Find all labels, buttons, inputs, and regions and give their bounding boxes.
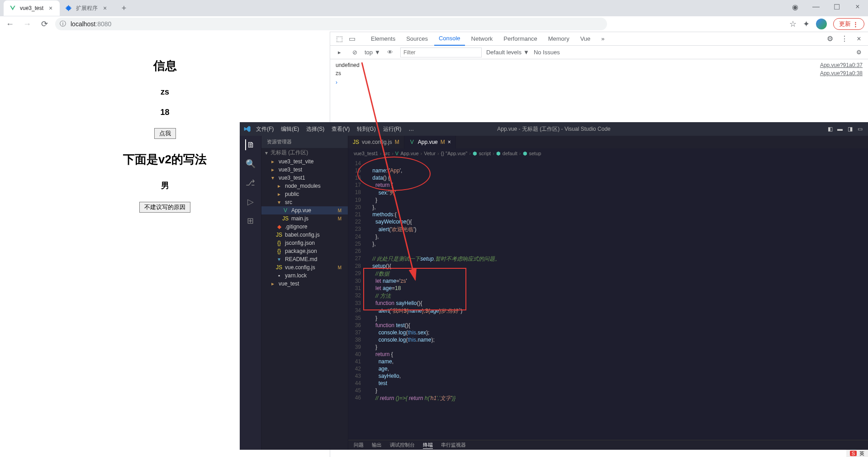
vscode-titlebar: 文件(F) 编辑(E) 选择(S) 查看(V) 转到(G) 运行(R) … Ap…	[240, 122, 868, 136]
tree-item[interactable]: ▸ vue_test	[261, 280, 348, 288]
forward-button[interactable]: →	[21, 18, 33, 30]
menu-select[interactable]: 选择(S)	[304, 125, 327, 133]
update-button[interactable]: 更新 ⋮	[833, 18, 864, 30]
tree-item[interactable]: ▸ public	[261, 190, 348, 198]
reason-button[interactable]: 不建议写的原因	[139, 202, 190, 213]
editor-tab-active[interactable]: VApp.vue M ×	[404, 136, 456, 148]
url-input[interactable]: ⓘ localhost:8080	[55, 18, 607, 30]
tree-item[interactable]: ▾README.md	[261, 255, 348, 263]
layout-panel-icon[interactable]: ▭	[855, 126, 864, 132]
minimize-icon[interactable]: —	[806, 0, 826, 14]
breadcrumb[interactable]: vue3_test1› src› V App.vue› Vetur› {} "A…	[348, 148, 868, 158]
console-source-link[interactable]: App.vue?91a0:37	[820, 62, 863, 68]
context-select[interactable]: top ▼	[365, 49, 380, 56]
debug-icon[interactable]: ▷	[245, 196, 256, 207]
console-source-link[interactable]: App.vue?91a0:38	[820, 70, 863, 76]
clear-console-icon[interactable]: ⊘	[349, 49, 360, 56]
window-controls: ◉ — ☐ ×	[785, 0, 868, 14]
panel-tab-terminal[interactable]: 终端	[423, 442, 433, 449]
url-host: localhost	[71, 20, 95, 28]
menu-goto[interactable]: 转到(G)	[354, 125, 378, 133]
devtools-more-tabs[interactable]: »	[597, 32, 609, 46]
tree-item[interactable]: ◆.gitignore	[261, 223, 348, 231]
devtools-tab-performance[interactable]: Performance	[499, 32, 541, 46]
browser-tab[interactable]: 扩展程序 ×	[60, 0, 114, 16]
menu-more[interactable]: …	[406, 126, 417, 132]
browser-tab-active[interactable]: vue3_test ×	[4, 0, 60, 16]
tree-item[interactable]: ▸ vue3_test	[261, 166, 348, 174]
maximize-icon[interactable]: ☐	[826, 0, 847, 14]
levels-select[interactable]: Default levels ▼	[486, 49, 529, 56]
click-me-button[interactable]: 点我	[154, 128, 176, 139]
code-editor[interactable]: 1415 name: 'App',16 data() {17 return {1…	[348, 158, 868, 440]
tree-item[interactable]: ▸ node_modules	[261, 182, 348, 190]
devtools-tab-sources[interactable]: Sources	[402, 32, 432, 46]
layout-right-icon[interactable]: ◨	[845, 126, 854, 132]
search-icon[interactable]: 🔍	[245, 158, 256, 169]
tree-item[interactable]: JSbabel.config.js	[261, 231, 348, 239]
ime-lang[interactable]: 英	[859, 450, 864, 457]
tree-item[interactable]: JSmain.jsM	[261, 214, 348, 223]
workspace-root[interactable]: ▾ 无标题 (工作区)	[261, 148, 348, 157]
devtools-panel: ⬚ ▭ Elements Sources Console Network Per…	[330, 32, 868, 122]
ime-badge[interactable]: S	[850, 451, 857, 456]
reload-button[interactable]: ⟳	[38, 18, 51, 30]
tree-item[interactable]: ▾ vue3_test1	[261, 174, 348, 182]
console-filter-input[interactable]	[400, 48, 482, 57]
close-icon[interactable]: ×	[847, 0, 868, 14]
device-toggle-icon[interactable]: ▭	[346, 34, 357, 43]
menu-view[interactable]: 查看(V)	[329, 125, 352, 133]
scm-icon[interactable]: ⎇	[245, 177, 256, 188]
tree-item[interactable]: ▪yarn.lock	[261, 271, 348, 280]
eye-icon[interactable]: 👁	[385, 49, 396, 56]
more-icon[interactable]: ⋮	[839, 34, 850, 43]
extensions-icon[interactable]: ⊞	[245, 215, 256, 226]
account-icon[interactable]: ◉	[785, 0, 806, 14]
layout-bottom-icon[interactable]: ▬	[835, 126, 844, 132]
console-sidebar-icon[interactable]: ▸	[334, 49, 345, 56]
devtools-tab-network[interactable]: Network	[467, 32, 498, 46]
menu-file[interactable]: 文件(F)	[253, 125, 276, 133]
tree-item[interactable]: {}package.json	[261, 247, 348, 255]
tree-item[interactable]: JSvue.config.jsM	[261, 263, 348, 271]
devtools-tab-elements[interactable]: Elements	[366, 32, 400, 46]
site-info-icon[interactable]: ⓘ	[60, 20, 66, 28]
devtools-tab-vue[interactable]: Vue	[576, 32, 595, 46]
panel-tab-output[interactable]: 输出	[372, 442, 382, 448]
explorer-icon[interactable]: 🗎	[245, 139, 256, 150]
panel-tab-serial[interactable]: 串行监视器	[441, 442, 466, 448]
devtools-tabs: ⬚ ▭ Elements Sources Console Network Per…	[330, 32, 868, 46]
devtools-close-icon[interactable]: ×	[854, 34, 864, 43]
menu-run[interactable]: 运行(R)	[380, 125, 404, 133]
page-heading: 信息	[0, 58, 330, 74]
tree-item[interactable]: ▾ src	[261, 198, 348, 206]
tab-close-icon[interactable]: ×	[448, 139, 451, 145]
layout-left-icon[interactable]: ◧	[825, 126, 835, 132]
bookmark-icon[interactable]: ☆	[789, 19, 797, 29]
devtools-tab-console[interactable]: Console	[434, 32, 465, 46]
vscode-title: App.vue - 无标题 (工作区) - Visual Studio Code	[497, 125, 611, 133]
console-toolbar: ▸ ⊘ top ▼ 👁 Default levels ▼ No Issues ⚙	[330, 46, 868, 59]
tree-item[interactable]: ▸ vue3_test_vite	[261, 157, 348, 166]
menu-edit[interactable]: 编辑(E)	[278, 125, 302, 133]
tab-title: vue3_test	[20, 5, 43, 11]
new-tab-button[interactable]: +	[118, 2, 130, 14]
tab-close-icon[interactable]: ×	[47, 5, 54, 12]
page-age: 18	[0, 108, 330, 117]
panel-tab-problems[interactable]: 问题	[354, 442, 364, 448]
profile-avatar[interactable]	[816, 19, 827, 29]
tree-item[interactable]: {}jsconfig.json	[261, 239, 348, 247]
settings-icon[interactable]: ⚙	[825, 34, 835, 43]
inspect-icon[interactable]: ⬚	[334, 34, 345, 43]
console-prompt[interactable]: ›	[336, 79, 863, 86]
extensions-icon[interactable]: ✦	[803, 19, 810, 29]
tab-close-icon[interactable]: ×	[101, 5, 109, 12]
panel-tab-debug[interactable]: 调试控制台	[390, 442, 415, 448]
address-bar: ← → ⟳ ⓘ localhost:8080 ☆ ✦ 更新 ⋮	[0, 16, 868, 32]
devtools-tab-memory[interactable]: Memory	[544, 32, 574, 46]
tree-item[interactable]: VApp.vueM	[261, 206, 348, 214]
issues-badge[interactable]: No Issues	[534, 49, 560, 56]
back-button[interactable]: ←	[4, 18, 16, 30]
editor-tab[interactable]: JSvue.config.js M	[348, 136, 404, 148]
console-settings-icon[interactable]: ⚙	[854, 49, 864, 56]
